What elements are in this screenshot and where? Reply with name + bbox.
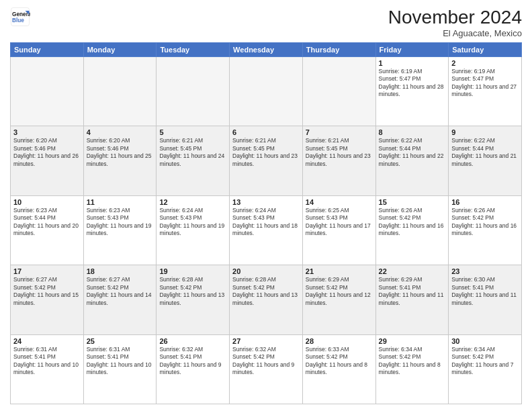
subtitle: El Aguacate, Mexico bbox=[388, 28, 522, 38]
table-row: 9Sunrise: 6:22 AM Sunset: 5:44 PM Daylig… bbox=[449, 126, 522, 195]
table-row: 16Sunrise: 6:26 AM Sunset: 5:42 PM Dayli… bbox=[449, 195, 522, 265]
day-info: Sunrise: 6:29 AM Sunset: 5:42 PM Dayligh… bbox=[306, 276, 373, 307]
day-number: 15 bbox=[379, 198, 446, 206]
day-number: 20 bbox=[232, 267, 300, 275]
table-row: 7Sunrise: 6:21 AM Sunset: 5:45 PM Daylig… bbox=[302, 126, 375, 195]
table-row: 4Sunrise: 6:20 AM Sunset: 5:46 PM Daylig… bbox=[83, 126, 157, 195]
title-block: November 2024 El Aguacate, Mexico bbox=[388, 7, 522, 38]
table-row: 13Sunrise: 6:24 AM Sunset: 5:43 PM Dayli… bbox=[230, 195, 303, 265]
day-number: 7 bbox=[306, 128, 373, 136]
svg-text:Blue: Blue bbox=[12, 17, 24, 24]
table-row: 20Sunrise: 6:28 AM Sunset: 5:42 PM Dayli… bbox=[230, 265, 303, 334]
day-number: 26 bbox=[159, 337, 226, 345]
day-number: 21 bbox=[306, 267, 373, 275]
calendar-row: 3Sunrise: 6:20 AM Sunset: 5:46 PM Daylig… bbox=[11, 126, 522, 195]
table-row: 25Sunrise: 6:31 AM Sunset: 5:41 PM Dayli… bbox=[83, 334, 157, 404]
col-sunday: Sunday bbox=[11, 43, 84, 57]
table-row: 11Sunrise: 6:23 AM Sunset: 5:43 PM Dayli… bbox=[83, 195, 157, 265]
day-info: Sunrise: 6:21 AM Sunset: 5:45 PM Dayligh… bbox=[232, 137, 300, 168]
day-info: Sunrise: 6:34 AM Sunset: 5:42 PM Dayligh… bbox=[379, 346, 446, 377]
table-row: 21Sunrise: 6:29 AM Sunset: 5:42 PM Dayli… bbox=[302, 265, 375, 334]
day-info: Sunrise: 6:31 AM Sunset: 5:41 PM Dayligh… bbox=[13, 346, 81, 377]
page: General Blue November 2024 El Aguacate, … bbox=[0, 0, 532, 411]
day-number: 11 bbox=[87, 198, 154, 206]
day-number: 30 bbox=[451, 337, 519, 345]
table-row bbox=[83, 57, 157, 126]
day-number: 19 bbox=[159, 267, 226, 275]
day-info: Sunrise: 6:19 AM Sunset: 5:47 PM Dayligh… bbox=[451, 68, 519, 99]
day-info: Sunrise: 6:29 AM Sunset: 5:41 PM Dayligh… bbox=[379, 276, 446, 307]
table-row: 8Sunrise: 6:22 AM Sunset: 5:44 PM Daylig… bbox=[375, 126, 449, 195]
day-number: 9 bbox=[451, 128, 519, 136]
day-number: 13 bbox=[232, 198, 300, 206]
day-info: Sunrise: 6:32 AM Sunset: 5:42 PM Dayligh… bbox=[232, 346, 300, 377]
day-number: 3 bbox=[13, 128, 81, 136]
day-info: Sunrise: 6:28 AM Sunset: 5:42 PM Dayligh… bbox=[232, 276, 300, 307]
table-row: 10Sunrise: 6:23 AM Sunset: 5:44 PM Dayli… bbox=[11, 195, 84, 265]
day-info: Sunrise: 6:23 AM Sunset: 5:43 PM Dayligh… bbox=[87, 207, 154, 238]
col-friday: Friday bbox=[375, 43, 449, 57]
day-info: Sunrise: 6:26 AM Sunset: 5:42 PM Dayligh… bbox=[379, 207, 446, 238]
table-row: 26Sunrise: 6:32 AM Sunset: 5:41 PM Dayli… bbox=[157, 334, 230, 404]
day-number: 10 bbox=[13, 198, 81, 206]
main-title: November 2024 bbox=[388, 7, 522, 28]
table-row: 3Sunrise: 6:20 AM Sunset: 5:46 PM Daylig… bbox=[11, 126, 84, 195]
logo: General Blue bbox=[10, 7, 30, 27]
day-info: Sunrise: 6:27 AM Sunset: 5:42 PM Dayligh… bbox=[87, 276, 154, 307]
day-info: Sunrise: 6:25 AM Sunset: 5:43 PM Dayligh… bbox=[306, 207, 373, 238]
day-info: Sunrise: 6:33 AM Sunset: 5:42 PM Dayligh… bbox=[306, 346, 373, 377]
day-number: 16 bbox=[451, 198, 519, 206]
day-info: Sunrise: 6:24 AM Sunset: 5:43 PM Dayligh… bbox=[159, 207, 226, 238]
calendar-row: 17Sunrise: 6:27 AM Sunset: 5:42 PM Dayli… bbox=[11, 265, 522, 334]
day-number: 1 bbox=[379, 59, 446, 67]
calendar: Sunday Monday Tuesday Wednesday Thursday… bbox=[10, 42, 522, 404]
table-row: 5Sunrise: 6:21 AM Sunset: 5:45 PM Daylig… bbox=[157, 126, 230, 195]
day-info: Sunrise: 6:31 AM Sunset: 5:41 PM Dayligh… bbox=[87, 346, 154, 377]
day-info: Sunrise: 6:34 AM Sunset: 5:42 PM Dayligh… bbox=[451, 346, 519, 377]
day-info: Sunrise: 6:27 AM Sunset: 5:42 PM Dayligh… bbox=[13, 276, 81, 307]
col-thursday: Thursday bbox=[302, 43, 375, 57]
day-info: Sunrise: 6:28 AM Sunset: 5:42 PM Dayligh… bbox=[159, 276, 226, 307]
day-number: 24 bbox=[13, 337, 81, 345]
table-row bbox=[302, 57, 375, 126]
day-number: 5 bbox=[159, 128, 226, 136]
day-info: Sunrise: 6:22 AM Sunset: 5:44 PM Dayligh… bbox=[379, 137, 446, 168]
calendar-row: 10Sunrise: 6:23 AM Sunset: 5:44 PM Dayli… bbox=[11, 195, 522, 265]
calendar-row: 1Sunrise: 6:19 AM Sunset: 5:47 PM Daylig… bbox=[11, 57, 522, 126]
table-row: 1Sunrise: 6:19 AM Sunset: 5:47 PM Daylig… bbox=[375, 57, 449, 126]
day-number: 17 bbox=[13, 267, 81, 275]
day-number: 22 bbox=[379, 267, 446, 275]
day-number: 6 bbox=[232, 128, 300, 136]
day-number: 28 bbox=[306, 337, 373, 345]
table-row: 2Sunrise: 6:19 AM Sunset: 5:47 PM Daylig… bbox=[449, 57, 522, 126]
col-wednesday: Wednesday bbox=[230, 43, 303, 57]
day-info: Sunrise: 6:23 AM Sunset: 5:44 PM Dayligh… bbox=[13, 207, 81, 238]
day-info: Sunrise: 6:19 AM Sunset: 5:47 PM Dayligh… bbox=[379, 68, 446, 99]
day-number: 23 bbox=[451, 267, 519, 275]
day-number: 29 bbox=[379, 337, 446, 345]
col-monday: Monday bbox=[83, 43, 157, 57]
day-number: 8 bbox=[379, 128, 446, 136]
day-info: Sunrise: 6:32 AM Sunset: 5:41 PM Dayligh… bbox=[159, 346, 226, 377]
header: General Blue November 2024 El Aguacate, … bbox=[10, 7, 522, 38]
table-row: 18Sunrise: 6:27 AM Sunset: 5:42 PM Dayli… bbox=[83, 265, 157, 334]
day-info: Sunrise: 6:22 AM Sunset: 5:44 PM Dayligh… bbox=[451, 137, 519, 168]
table-row: 12Sunrise: 6:24 AM Sunset: 5:43 PM Dayli… bbox=[157, 195, 230, 265]
day-info: Sunrise: 6:26 AM Sunset: 5:42 PM Dayligh… bbox=[451, 207, 519, 238]
day-number: 14 bbox=[306, 198, 373, 206]
table-row: 22Sunrise: 6:29 AM Sunset: 5:41 PM Dayli… bbox=[375, 265, 449, 334]
table-row: 28Sunrise: 6:33 AM Sunset: 5:42 PM Dayli… bbox=[302, 334, 375, 404]
logo-icon: General Blue bbox=[10, 7, 30, 27]
day-number: 25 bbox=[87, 337, 154, 345]
day-number: 12 bbox=[159, 198, 226, 206]
table-row: 6Sunrise: 6:21 AM Sunset: 5:45 PM Daylig… bbox=[230, 126, 303, 195]
day-info: Sunrise: 6:21 AM Sunset: 5:45 PM Dayligh… bbox=[159, 137, 226, 168]
day-info: Sunrise: 6:24 AM Sunset: 5:43 PM Dayligh… bbox=[232, 207, 300, 238]
table-row: 27Sunrise: 6:32 AM Sunset: 5:42 PM Dayli… bbox=[230, 334, 303, 404]
day-number: 4 bbox=[87, 128, 154, 136]
day-number: 27 bbox=[232, 337, 300, 345]
day-info: Sunrise: 6:20 AM Sunset: 5:46 PM Dayligh… bbox=[13, 137, 81, 168]
table-row bbox=[11, 57, 84, 126]
day-info: Sunrise: 6:21 AM Sunset: 5:45 PM Dayligh… bbox=[306, 137, 373, 168]
table-row: 23Sunrise: 6:30 AM Sunset: 5:41 PM Dayli… bbox=[449, 265, 522, 334]
